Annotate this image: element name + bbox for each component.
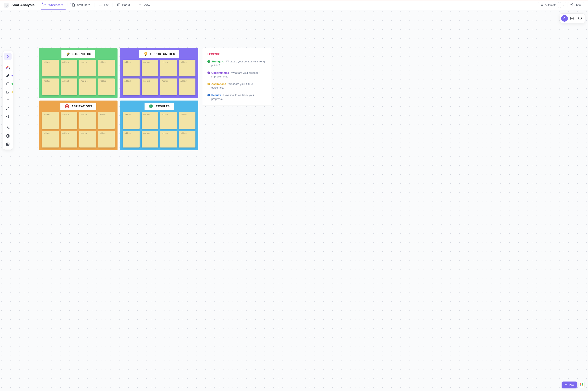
sticky-note[interactable]: Add text xyxy=(79,60,96,76)
sticky-tool[interactable] xyxy=(4,88,11,96)
user-avatar[interactable]: C xyxy=(561,15,568,22)
sticky-note[interactable]: Add text xyxy=(123,112,140,129)
sticky-note[interactable]: Add text xyxy=(179,79,196,95)
svg-point-6 xyxy=(99,5,100,6)
automate-label: Automate xyxy=(545,3,557,6)
sticky-note[interactable]: Add text xyxy=(42,79,59,95)
svg-point-16 xyxy=(572,3,573,4)
sticky-note[interactable]: Add text xyxy=(79,112,96,129)
tab-list[interactable]: List xyxy=(96,0,111,10)
legend-title: LEGEND: xyxy=(207,52,267,56)
legend-card[interactable]: LEGEND: Strengths - What are your compan… xyxy=(202,48,272,105)
pen-tool[interactable] xyxy=(4,72,11,79)
sticky-note[interactable]: Add text xyxy=(123,131,140,148)
tab-start-here[interactable]: ✦ Start Here xyxy=(69,0,93,10)
panel-title: OPPORTUNITIES xyxy=(150,52,175,56)
svg-point-34 xyxy=(8,115,9,116)
sticky-note[interactable]: Add text xyxy=(160,112,177,129)
panel-header: ASPIRATIONS xyxy=(60,102,96,110)
svg-point-18 xyxy=(572,5,573,6)
notes-grid: Add text Add text Add text Add text Add … xyxy=(123,60,195,95)
divider xyxy=(67,3,67,7)
panel-aspirations[interactable]: ASPIRATIONS Add text Add text Add text A… xyxy=(39,100,118,150)
sticky-note[interactable]: Add text xyxy=(142,60,158,76)
page-title[interactable]: Soar Analysis xyxy=(11,3,35,7)
new-task-button[interactable]: Task xyxy=(562,382,577,388)
top-bar: Soar Analysis ✦ Whiteboard ✦ Start Here … xyxy=(0,0,588,10)
tab-board[interactable]: Board xyxy=(114,0,132,10)
shape-tool[interactable] xyxy=(4,80,11,88)
ai-tool[interactable] xyxy=(4,124,11,131)
chevron-down-icon xyxy=(562,4,565,6)
connector-tool[interactable] xyxy=(4,105,11,112)
svg-rect-40 xyxy=(6,143,9,145)
color-indicator xyxy=(11,83,13,85)
share-button[interactable]: Share xyxy=(568,2,584,8)
svg-point-41 xyxy=(7,144,8,144)
automate-dropdown[interactable] xyxy=(560,2,566,8)
sticky-note[interactable]: Add text xyxy=(160,79,177,95)
sticky-note[interactable]: Add text xyxy=(61,79,78,95)
svg-point-35 xyxy=(8,116,9,117)
divider xyxy=(134,3,134,7)
sticky-note[interactable]: Add text xyxy=(98,112,115,129)
sticky-note[interactable]: Add text xyxy=(61,131,78,148)
panel-opportunities[interactable]: OPPORTUNITIES Add text Add text Add text… xyxy=(120,48,198,98)
web-tool[interactable] xyxy=(4,132,11,140)
legend-key: Opportunities xyxy=(211,71,229,74)
sticky-note[interactable]: Add text xyxy=(61,60,78,76)
sticky-note[interactable]: Add text xyxy=(79,79,96,95)
whiteboard-icon: ✦ xyxy=(43,3,47,7)
svg-point-4 xyxy=(99,4,100,4)
sticky-note[interactable]: Add text xyxy=(79,131,96,148)
sticky-note[interactable]: Add text xyxy=(142,79,158,95)
sticky-note[interactable]: Add text xyxy=(42,60,59,76)
sticky-note[interactable]: Add text xyxy=(98,131,115,148)
sticky-note[interactable]: Add text xyxy=(142,131,158,148)
sticky-note[interactable]: Add text xyxy=(179,60,196,76)
project-status-icon[interactable] xyxy=(4,3,9,8)
apps-button[interactable] xyxy=(579,382,585,388)
tab-label: List xyxy=(104,3,109,6)
sticky-note[interactable]: Add text xyxy=(160,131,177,148)
sticky-note[interactable]: Add text xyxy=(98,60,115,76)
info-button[interactable] xyxy=(577,15,584,22)
select-tool[interactable] xyxy=(4,53,11,60)
sticky-note[interactable]: Add text xyxy=(123,79,140,95)
list-icon xyxy=(99,3,102,7)
panel-header: STRENGTHS xyxy=(61,50,95,58)
legend-key: Strengths xyxy=(211,60,224,63)
robot-icon xyxy=(540,3,544,7)
sticky-note[interactable]: Add text xyxy=(61,112,78,129)
sticky-note[interactable]: Add text xyxy=(142,112,158,129)
lightning-icon xyxy=(66,52,71,56)
tab-whiteboard[interactable]: ✦ Whiteboard xyxy=(41,0,66,10)
sticky-note[interactable]: Add text xyxy=(42,112,59,129)
target-icon xyxy=(65,104,69,109)
sticky-note[interactable]: Add text xyxy=(123,60,140,76)
automate-button[interactable]: Automate xyxy=(538,2,559,8)
sticky-note[interactable]: Add text xyxy=(179,131,196,148)
panel-header: OPPORTUNITIES xyxy=(139,50,179,58)
panel-results[interactable]: RESULTS Add text Add text Add text Add t… xyxy=(120,100,198,150)
sticky-note[interactable]: Add text xyxy=(98,79,115,95)
plus-icon xyxy=(138,3,142,7)
sticky-note[interactable]: Add text xyxy=(179,112,196,129)
svg-point-36 xyxy=(8,117,9,118)
svg-line-19 xyxy=(571,4,572,4)
sticky-note[interactable]: Add text xyxy=(160,60,177,76)
panel-strengths[interactable]: STRENGTHS Add text Add text Add text Add… xyxy=(39,48,118,98)
whiteboard-canvas[interactable]: C + xyxy=(0,10,588,391)
fit-width-button[interactable] xyxy=(569,15,576,22)
hierarchy-tool[interactable]: + xyxy=(4,64,11,71)
share-label: Share xyxy=(574,3,582,6)
sticky-note[interactable]: Add text xyxy=(42,131,59,148)
legend-dot-icon xyxy=(207,94,210,97)
legend-row-aspirations: Aspirations - What are your future outco… xyxy=(207,82,267,90)
image-tool[interactable] xyxy=(4,140,11,148)
bottom-right-controls: Task xyxy=(562,382,585,388)
tab-add-view[interactable]: View xyxy=(136,0,152,10)
mindmap-tool[interactable] xyxy=(4,113,11,120)
text-tool[interactable] xyxy=(4,97,11,104)
divider xyxy=(113,3,113,7)
